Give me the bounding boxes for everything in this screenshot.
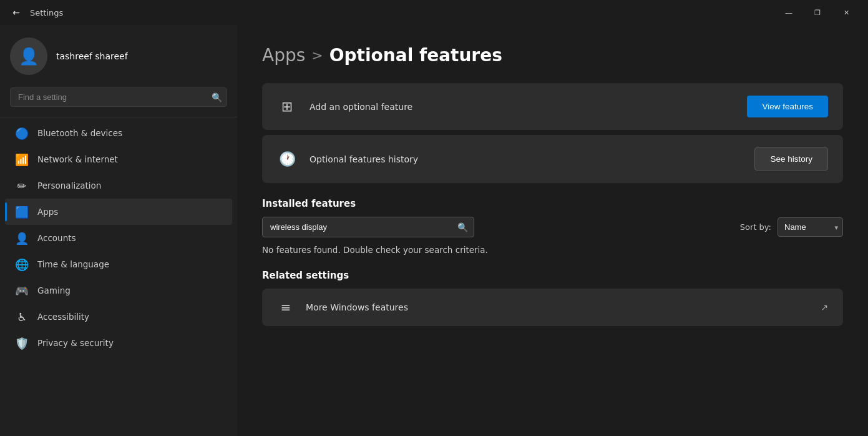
- window-controls: — ❐ ✕: [774, 0, 861, 25]
- sidebar-item-accounts[interactable]: 👤 Accounts: [5, 225, 232, 251]
- breadcrumb-apps[interactable]: Apps: [262, 45, 305, 66]
- apps-icon: 🟦: [15, 205, 29, 219]
- sort-row: Sort by: Name Install date ▾: [740, 217, 843, 237]
- network-icon: 📶: [15, 152, 29, 166]
- installed-search-icon[interactable]: 🔍: [457, 222, 468, 232]
- sidebar-item-accessibility[interactable]: ♿ Accessibility: [5, 304, 232, 330]
- sidebar-item-label-bluetooth: Bluetooth & devices: [37, 128, 122, 138]
- history-icon: 🕐: [277, 151, 297, 167]
- external-link-icon: ↗: [821, 302, 828, 312]
- user-name: tashreef shareef: [56, 51, 128, 61]
- sidebar-item-time[interactable]: 🌐 Time & language: [5, 251, 232, 277]
- search-input[interactable]: [10, 87, 227, 107]
- app-title: Settings: [30, 8, 63, 17]
- more-features-icon: ≡: [277, 300, 295, 315]
- personalization-icon: ✏️: [15, 179, 29, 192]
- accounts-icon: 👤: [15, 231, 29, 245]
- add-feature-icon: ⊞: [277, 99, 297, 114]
- nav-list: 🔵 Bluetooth & devices 📶 Network & intern…: [0, 120, 237, 356]
- time-icon: 🌐: [15, 257, 29, 271]
- breadcrumb-separator: >: [311, 47, 323, 63]
- sidebar-item-personalization[interactable]: ✏️ Personalization: [5, 172, 232, 199]
- bluetooth-icon: 🔵: [15, 126, 29, 140]
- search-installed-wrapper: 🔍: [262, 217, 474, 237]
- sort-by-label: Sort by:: [740, 222, 771, 232]
- gaming-icon: 🎮: [15, 284, 29, 297]
- sidebar-item-gaming[interactable]: 🎮 Gaming: [5, 277, 232, 304]
- sidebar-item-apps[interactable]: 🟦 Apps: [5, 199, 232, 225]
- sidebar: 👤 tashreef shareef 🔍 🔵 Bluetooth & devic…: [0, 25, 237, 436]
- sidebar-item-label-gaming: Gaming: [37, 285, 71, 295]
- add-feature-card: ⊞ Add an optional feature View features: [262, 83, 843, 130]
- installed-search-input[interactable]: [262, 217, 474, 237]
- sidebar-item-label-accounts: Accounts: [37, 233, 76, 243]
- add-feature-label: Add an optional feature: [310, 102, 734, 112]
- sidebar-item-label-network: Network & internet: [37, 154, 118, 164]
- breadcrumb: Apps > Optional features: [262, 45, 843, 66]
- sort-wrapper: Name Install date ▾: [778, 217, 843, 237]
- minimize-button[interactable]: —: [774, 0, 803, 25]
- privacy-icon: 🛡️: [15, 336, 29, 350]
- sidebar-item-label-privacy: Privacy & security: [37, 338, 114, 348]
- installed-title: Installed features: [262, 198, 843, 209]
- sort-select[interactable]: Name Install date: [778, 217, 843, 237]
- sidebar-item-network[interactable]: 📶 Network & internet: [5, 146, 232, 172]
- search-icon[interactable]: 🔍: [212, 92, 222, 102]
- sidebar-item-privacy[interactable]: 🛡️ Privacy & security: [5, 330, 232, 356]
- sidebar-item-label-time: Time & language: [37, 259, 109, 269]
- see-history-button[interactable]: See history: [754, 147, 828, 171]
- title-bar: ← Settings — ❐ ✕: [0, 0, 868, 25]
- view-features-button[interactable]: View features: [747, 96, 828, 117]
- content-area: Apps > Optional features ⊞ Add an option…: [237, 25, 868, 436]
- no-results-text: No features found. Double check your sea…: [262, 245, 843, 255]
- sidebar-divider: [0, 117, 237, 117]
- close-button[interactable]: ✕: [832, 0, 861, 25]
- sidebar-item-label-personalization: Personalization: [37, 181, 101, 191]
- app-body: 👤 tashreef shareef 🔍 🔵 Bluetooth & devic…: [0, 25, 868, 436]
- back-button[interactable]: ←: [7, 4, 25, 21]
- maximize-button[interactable]: ❐: [803, 0, 832, 25]
- sidebar-item-label-apps: Apps: [37, 207, 58, 217]
- user-section: 👤 tashreef shareef: [0, 25, 237, 85]
- sidebar-item-label-accessibility: Accessibility: [37, 312, 89, 322]
- more-features-label: More Windows features: [306, 302, 809, 312]
- installed-header: 🔍 Sort by: Name Install date ▾: [262, 217, 843, 237]
- breadcrumb-current: Optional features: [329, 45, 502, 66]
- history-label: Optional features history: [310, 154, 742, 164]
- accessibility-icon: ♿: [15, 310, 29, 324]
- history-card: 🕐 Optional features history See history: [262, 135, 843, 183]
- more-windows-features-item[interactable]: ≡ More Windows features ↗: [262, 289, 843, 326]
- related-title: Related settings: [262, 270, 843, 281]
- search-box: 🔍: [10, 87, 227, 107]
- avatar: 👤: [10, 37, 47, 75]
- sidebar-item-bluetooth[interactable]: 🔵 Bluetooth & devices: [5, 120, 232, 146]
